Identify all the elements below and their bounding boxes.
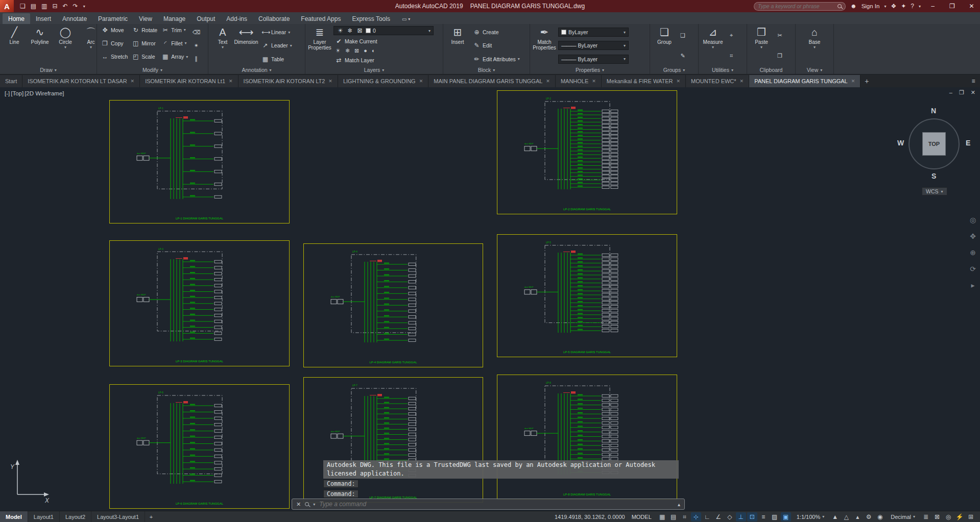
otrack-icon[interactable]: ⊥: [736, 512, 746, 521]
viewcube-top-face[interactable]: TOP: [922, 132, 946, 156]
file-tab-isometrik-air-kotoran-lt-dasar[interactable]: ISOMETRIK AIR KOTORAN LT DASAR✕: [22, 75, 140, 87]
transparency-icon[interactable]: ▨: [770, 512, 780, 521]
ribbon-tab-add-ins[interactable]: Add-ins: [221, 13, 253, 24]
drawing-restore-button[interactable]: ❐: [959, 89, 964, 96]
file-tab-panel-diagram-garis-tunggal[interactable]: PANEL DIAGRAM GARIS TUNGGAL✕: [749, 75, 861, 87]
polyline-button[interactable]: ∿Polyline: [28, 26, 52, 66]
file-tab-manhole[interactable]: MANHOLE✕: [556, 75, 602, 87]
clean-screen-icon[interactable]: ⊞: [966, 512, 976, 521]
dynamic-input-icon[interactable]: ⊹: [691, 512, 701, 521]
infer-constraints-icon[interactable]: ⌗: [680, 512, 690, 521]
file-tab-lightning-grounding[interactable]: LIGHTNING & GROUNDING✕: [338, 75, 428, 87]
move-button[interactable]: ✥Move: [100, 26, 129, 34]
mirror-button[interactable]: ◫Mirror: [130, 39, 159, 47]
ribbon-tab-annotate[interactable]: Annotate: [57, 13, 92, 24]
viewcube-north[interactable]: N: [931, 107, 936, 115]
line-button[interactable]: ╱Line: [3, 26, 26, 66]
autoscale-icon[interactable]: △: [841, 512, 851, 521]
viewcube-west[interactable]: W: [897, 139, 904, 147]
plot-icon[interactable]: ⊟: [52, 3, 57, 10]
command-line[interactable]: ✕ ▾ ▴: [292, 499, 685, 510]
wcs-dropdown[interactable]: WCS ▾: [922, 187, 947, 195]
model-space-button[interactable]: MODEL: [632, 514, 652, 520]
circle-button[interactable]: ◯Circle▾: [54, 26, 77, 66]
viewcube-south[interactable]: S: [931, 172, 936, 180]
ribbon-tab-insert[interactable]: Insert: [30, 13, 57, 24]
property-dropdown-3[interactable]: ———ByLayer▾: [558, 55, 629, 64]
lock-ui-icon[interactable]: ⊠: [932, 512, 942, 521]
stretch-button[interactable]: ↔Stretch: [100, 53, 129, 61]
rotate-button[interactable]: ↻Rotate: [130, 26, 159, 34]
close-icon[interactable]: ✕: [592, 79, 596, 84]
undo-icon[interactable]: ↶: [63, 3, 68, 10]
text-button[interactable]: AText▾: [211, 26, 234, 66]
layer-dropdown[interactable]: ☀❄⊠0▾: [333, 26, 434, 35]
redo-icon[interactable]: ↷: [73, 3, 78, 10]
drawing-close-button[interactable]: ✕: [971, 89, 975, 96]
modify-panel-button[interactable]: Modify▾: [97, 66, 208, 74]
ribbon-tab-view[interactable]: View: [133, 13, 158, 24]
command-input[interactable]: [319, 501, 674, 508]
close-icon[interactable]: ✕: [740, 79, 744, 84]
viewport-menu-button[interactable]: [-]: [5, 90, 10, 96]
graphics-performance-icon[interactable]: ⚡: [954, 512, 965, 521]
drawing-area[interactable]: [-] [Top] [2D Wireframe] – ❐ ✕ dari MDPL…: [0, 87, 980, 511]
view-panel-button[interactable]: View▾: [796, 66, 833, 74]
viewcube-east[interactable]: E: [966, 139, 970, 147]
annotation-panel-button[interactable]: Annotation▾: [208, 66, 305, 74]
group-edit-button[interactable]: ✎: [679, 53, 687, 59]
edit-attributes-button[interactable]: ✏Edit Attributes▾: [471, 55, 521, 63]
units-button[interactable]: Decimal▾: [891, 514, 915, 520]
groups-panel-button[interactable]: Groups▾: [650, 66, 698, 74]
property-dropdown-1[interactable]: ByLayer▾: [558, 28, 629, 37]
id-point-button[interactable]: ⌖: [728, 32, 735, 39]
layer-properties-button[interactable]: ≣Layer Properties: [308, 26, 331, 66]
new-layout-button[interactable]: +: [145, 511, 157, 522]
close-icon[interactable]: ✕: [131, 79, 135, 84]
paste-button[interactable]: ❒Paste▾: [750, 26, 773, 66]
ribbon-tab-collaborate[interactable]: Collaborate: [253, 13, 295, 24]
model-tab[interactable]: Model: [0, 511, 28, 522]
pan-tool-icon[interactable]: ✥: [970, 232, 976, 240]
layers-panel-button[interactable]: Layers▾: [305, 66, 443, 74]
clipboard-panel-button[interactable]: Clipboard: [747, 66, 795, 74]
isolate-objects-icon[interactable]: ◎: [943, 512, 953, 521]
viewcube[interactable]: N W E S TOP: [897, 107, 971, 181]
trim-button[interactable]: ✂Trim▾: [160, 26, 189, 34]
file-tab-isometrik-air-kotoran-lt2[interactable]: ISOMETRIK AIR KOTORAN LT2✕: [238, 75, 338, 87]
close-icon[interactable]: ✕: [229, 79, 233, 84]
motion-tool-icon[interactable]: ▸: [971, 281, 974, 289]
ribbon-tab-home[interactable]: Home: [3, 13, 30, 24]
minimize-button[interactable]: –: [925, 3, 940, 10]
layer-lock-icon[interactable]: ⊠: [354, 47, 359, 54]
close-icon[interactable]: ✕: [419, 79, 423, 84]
layout-tab-layout1[interactable]: Layout1: [28, 511, 60, 522]
utilities-panel-button[interactable]: Utilities▾: [699, 66, 747, 74]
viewport-view-button[interactable]: [Top]: [11, 90, 23, 96]
property-dropdown-2[interactable]: ———ByLayer▾: [558, 41, 629, 50]
file-tab-mounted-ewc[interactable]: MOUNTED EWC*✕: [686, 75, 749, 87]
drawing-minimize-button[interactable]: –: [949, 89, 952, 96]
quick-properties-icon[interactable]: ≣: [921, 512, 931, 521]
copy-button[interactable]: ❐: [776, 53, 784, 59]
file-tab-menu-icon[interactable]: ≡: [967, 75, 980, 87]
ribbon-tab-parametric[interactable]: Parametric: [92, 13, 133, 24]
match-properties-button[interactable]: ✒Match Properties: [533, 26, 556, 66]
annotation-visibility-icon[interactable]: ▲: [830, 512, 840, 521]
qat-caret-icon[interactable]: ▾: [83, 4, 85, 9]
file-tab-main-panel-diagram-garis-tunggal[interactable]: MAIN PANEL DIAGRAM GARIS TUNGGAL✕: [428, 75, 556, 87]
workspace-icon[interactable]: ⚙: [864, 512, 874, 521]
offset-button[interactable]: ∥: [193, 56, 200, 62]
layer-on-icon[interactable]: ☀: [336, 47, 341, 54]
annotation-monitor-icon[interactable]: ◉: [875, 512, 885, 521]
layer-isolate-icon[interactable]: ●: [364, 47, 367, 54]
measure-button[interactable]: ⊿Measure▾: [701, 26, 725, 66]
open-folder-icon[interactable]: ▤: [31, 3, 36, 10]
array-button[interactable]: ▦Array▾: [160, 53, 189, 61]
ribbon-tab-output[interactable]: Output: [191, 13, 221, 24]
lineweight-icon[interactable]: ≡: [758, 512, 769, 521]
annotation-scale-icon[interactable]: ▴: [852, 512, 863, 521]
edit-button[interactable]: ✎Edit: [471, 41, 521, 50]
help-icon[interactable]: ?: [911, 3, 914, 10]
osnap-icon[interactable]: ⊡: [747, 512, 757, 521]
